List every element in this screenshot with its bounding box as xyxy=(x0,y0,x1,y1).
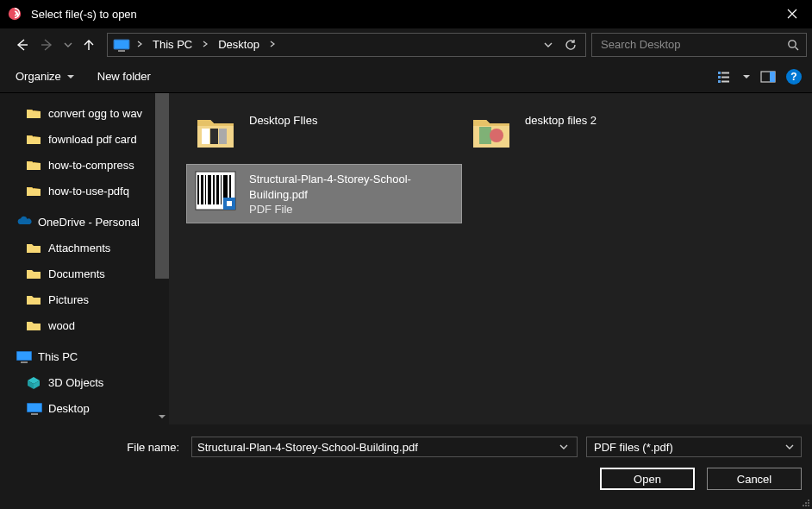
breadcrumb-desktop[interactable]: Desktop xyxy=(216,38,261,51)
svg-rect-10 xyxy=(721,80,729,82)
svg-rect-8 xyxy=(721,76,729,78)
window-title: Select file(-s) to open xyxy=(31,8,772,21)
sidebar-scrollbar-thumb[interactable] xyxy=(155,93,169,279)
cancel-label: Cancel xyxy=(737,473,771,486)
nav-recent-caret[interactable] xyxy=(64,41,72,49)
sidebar-item-od-1[interactable]: Documents xyxy=(0,261,169,286)
file-name: desktop files 2 xyxy=(525,113,597,129)
svg-rect-27 xyxy=(205,175,206,204)
svg-point-4 xyxy=(789,40,796,47)
address-dropdown[interactable] xyxy=(539,35,558,54)
sidebar-item-pc-1[interactable]: Desktop xyxy=(0,395,169,421)
chevron-right-icon xyxy=(265,40,280,49)
3d-objects-icon xyxy=(26,376,41,388)
sidebar-item-od-3[interactable]: wood xyxy=(0,312,169,338)
nav-forward-button[interactable] xyxy=(38,35,57,54)
cancel-button[interactable]: Cancel xyxy=(707,468,802,490)
file-type-label: PDF File xyxy=(249,202,454,217)
view-mode-caret[interactable] xyxy=(741,67,752,86)
filename-value: Structural-Plan-4-Storey-School-Building… xyxy=(197,441,556,454)
filename-dropdown-caret[interactable] xyxy=(556,443,572,451)
sidebar-item-od-2[interactable]: Pictures xyxy=(0,286,169,312)
new-folder-button[interactable]: New folder xyxy=(97,70,151,83)
svg-rect-19 xyxy=(202,129,209,144)
view-mode-button[interactable] xyxy=(715,67,734,86)
help-icon: ? xyxy=(786,69,802,85)
search-box[interactable] xyxy=(591,33,807,57)
sidebar-item-label: fownload pdf card xyxy=(48,133,137,146)
sidebar-item-quick-2[interactable]: how-to-compress xyxy=(0,152,169,178)
svg-rect-9 xyxy=(718,80,721,83)
filename-label: File name: xyxy=(10,441,183,454)
svg-rect-12 xyxy=(770,72,775,82)
this-pc-icon xyxy=(16,350,31,362)
svg-point-38 xyxy=(808,502,809,504)
file-type-value: PDF files (*.pdf) xyxy=(594,441,785,454)
help-button[interactable]: ? xyxy=(784,67,803,86)
sidebar: convert ogg to wav fownload pdf card how… xyxy=(0,93,169,424)
folder-icon xyxy=(26,185,41,197)
sidebar-item-thispc[interactable]: This PC xyxy=(0,343,169,369)
folder-icon xyxy=(26,319,41,331)
open-button[interactable]: Open xyxy=(600,468,695,490)
file-item-folder-1[interactable]: Desktop FIles xyxy=(186,105,462,159)
chevron-right-icon xyxy=(132,40,147,49)
preview-pane-button[interactable] xyxy=(759,67,778,86)
this-pc-icon xyxy=(113,39,128,51)
svg-rect-30 xyxy=(216,175,219,204)
folder-icon xyxy=(26,159,41,171)
svg-point-41 xyxy=(808,505,809,506)
file-list[interactable]: Desktop FIles desktop files 2 Structural… xyxy=(169,93,812,424)
file-item-folder-2[interactable]: desktop files 2 xyxy=(462,105,738,159)
folder-icon xyxy=(26,107,41,119)
svg-point-39 xyxy=(803,505,804,506)
nav-up-button[interactable] xyxy=(79,35,98,54)
sidebar-item-label: OneDrive - Personal xyxy=(38,216,140,229)
svg-point-40 xyxy=(805,505,807,506)
sidebar-item-label: how-to-use-pdfq xyxy=(48,185,129,198)
close-button[interactable] xyxy=(772,0,812,28)
chevron-right-icon xyxy=(197,40,213,49)
app-icon xyxy=(7,6,22,22)
search-input[interactable] xyxy=(601,38,784,51)
file-type-select[interactable]: PDF files (*.pdf) xyxy=(586,437,802,457)
sidebar-item-label: how-to-compress xyxy=(48,159,134,172)
sidebar-scroll-down[interactable] xyxy=(155,409,169,424)
sidebar-item-label: 3D Objects xyxy=(48,376,103,389)
sidebar-item-label: This PC xyxy=(38,350,78,363)
file-item-pdf-selected[interactable]: Structural-Plan-4-Storey-School-Building… xyxy=(186,164,462,223)
svg-rect-29 xyxy=(213,175,215,204)
address-bar[interactable]: This PC Desktop xyxy=(107,33,586,57)
refresh-button[interactable] xyxy=(561,35,580,54)
sidebar-item-quick-1[interactable]: fownload pdf card xyxy=(0,126,169,152)
svg-point-37 xyxy=(805,502,807,504)
svg-rect-22 xyxy=(479,127,491,144)
sidebar-item-quick-3[interactable]: how-to-use-pdfq xyxy=(0,178,169,204)
svg-rect-31 xyxy=(221,175,222,204)
svg-rect-25 xyxy=(197,175,199,204)
resize-grip[interactable] xyxy=(800,497,810,507)
svg-point-36 xyxy=(808,500,809,501)
organize-button[interactable]: Organize xyxy=(16,70,75,83)
file-name: Structural-Plan-4-Storey-School-Building… xyxy=(249,172,454,202)
sidebar-item-onedrive[interactable]: OneDrive - Personal xyxy=(0,209,169,235)
svg-rect-14 xyxy=(17,352,31,360)
svg-rect-7 xyxy=(718,76,721,79)
filename-input[interactable]: Structural-Plan-4-Storey-School-Building… xyxy=(191,437,578,457)
sidebar-item-pc-0[interactable]: 3D Objects xyxy=(0,369,169,395)
sidebar-item-quick-0[interactable]: convert ogg to wav xyxy=(0,100,169,126)
nav-back-button[interactable] xyxy=(12,35,31,54)
svg-rect-28 xyxy=(208,175,211,204)
sidebar-item-label: convert ogg to wav xyxy=(48,107,142,120)
file-name: Desktop FIles xyxy=(249,113,317,129)
sidebar-item-od-0[interactable]: Attachments xyxy=(0,235,169,261)
search-icon[interactable] xyxy=(784,39,803,51)
breadcrumb-this-pc[interactable]: This PC xyxy=(151,38,194,51)
folder-icon xyxy=(26,293,41,305)
svg-rect-6 xyxy=(721,72,729,73)
desktop-icon xyxy=(26,402,41,414)
svg-rect-5 xyxy=(718,72,721,74)
sidebar-item-label: Attachments xyxy=(48,242,110,255)
sidebar-item-label: Documents xyxy=(48,267,105,280)
folder-icon xyxy=(470,111,513,153)
